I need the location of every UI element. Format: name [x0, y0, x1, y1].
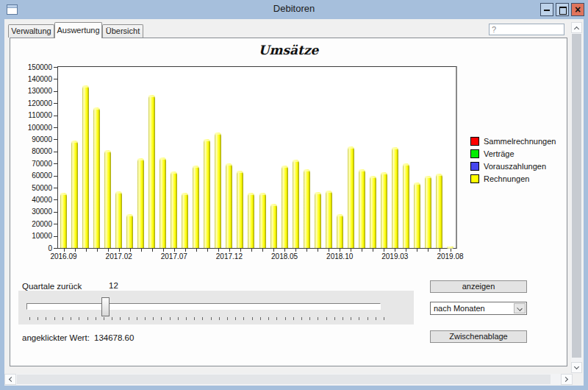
tab-uebersicht[interactable]: Übersicht [102, 24, 143, 38]
chart-bar[interactable] [381, 172, 387, 248]
vertical-scroll-thumb[interactable] [572, 34, 581, 358]
y-axis-label: 150000 [15, 63, 52, 71]
chart-bar[interactable] [93, 107, 100, 248]
group-by-select[interactable]: nach Monaten [430, 302, 527, 315]
chart-bar[interactable] [126, 214, 133, 248]
y-axis-label: 70000 [15, 160, 52, 168]
chart-bar[interactable] [104, 150, 111, 248]
y-tick [54, 199, 57, 200]
chart-bar[interactable] [171, 171, 177, 248]
tab-verwaltung[interactable]: Verwaltung [8, 24, 54, 38]
x-tick [451, 249, 451, 252]
chart-bar[interactable] [293, 160, 299, 248]
x-tick [251, 249, 252, 252]
slider-tick [211, 317, 212, 320]
slider-tick [268, 317, 269, 320]
chart-bar[interactable] [326, 191, 332, 248]
chart-bar[interactable] [414, 182, 420, 248]
horizontal-scrollbar[interactable] [4, 374, 573, 385]
x-tick [86, 249, 87, 252]
chart-bar[interactable] [237, 171, 243, 248]
chart-bar[interactable] [82, 85, 89, 248]
x-tick [284, 249, 285, 252]
slider-tick [37, 317, 38, 320]
maximize-button[interactable] [556, 3, 569, 16]
y-tick [54, 236, 57, 237]
chart-bar[interactable] [259, 193, 266, 248]
scroll-up-button[interactable] [571, 22, 582, 33]
chart-bar[interactable] [248, 193, 254, 248]
scroll-down-button[interactable] [571, 362, 582, 373]
slider-tick [129, 317, 129, 320]
slider-tick [62, 317, 63, 320]
chart-bar[interactable] [137, 158, 144, 248]
chart-legend: SammelrechnungenVerträgeVorauszahlungenR… [470, 135, 556, 185]
chart-bar[interactable] [370, 176, 376, 248]
chevron-down-icon [517, 305, 523, 311]
window-title: Debitoren [0, 3, 588, 14]
x-axis-label: 2019.03 [376, 252, 413, 260]
dropdown-button[interactable] [514, 303, 526, 313]
scroll-right-button[interactable] [561, 374, 573, 385]
slider-tick [293, 317, 294, 320]
scroll-left-button[interactable] [4, 374, 16, 385]
chart-bar[interactable] [348, 146, 354, 248]
chart-bar[interactable] [403, 163, 409, 248]
y-axis-label: 120000 [15, 99, 52, 107]
chart-bar[interactable] [60, 193, 67, 248]
slider-tick [368, 317, 368, 320]
tab-auswertung[interactable]: Auswertung [54, 22, 102, 38]
clipboard-button[interactable]: Zwischenablage [430, 330, 527, 343]
slider-ticks [18, 291, 414, 325]
chart-bar[interactable] [392, 147, 398, 248]
legend-label: Vorauszahlungen [484, 162, 546, 171]
chart-bar[interactable] [226, 163, 232, 248]
y-tick [54, 163, 57, 164]
x-tick [384, 249, 384, 252]
chart-bar[interactable] [270, 204, 277, 248]
quarters-label: Quartale zurück [22, 282, 82, 291]
y-tick [54, 212, 57, 213]
chart-bar[interactable] [115, 191, 122, 248]
chart-bar[interactable] [304, 169, 310, 248]
chart-bar[interactable] [71, 141, 78, 248]
y-axis-label: 140000 [15, 75, 52, 83]
slider-tick [96, 317, 96, 320]
chart-bar[interactable] [193, 166, 199, 248]
clicked-value-label: angeklickter Wert: [22, 333, 90, 342]
y-axis-label: 40000 [15, 196, 52, 204]
slider-tick [334, 317, 335, 320]
chart-bar[interactable] [182, 193, 188, 248]
chevron-right-icon [563, 377, 568, 382]
minimize-button[interactable] [540, 3, 553, 16]
close-button[interactable] [571, 3, 584, 16]
chart-bar[interactable] [282, 166, 288, 248]
x-tick [185, 249, 186, 252]
slider-tick [318, 317, 318, 320]
app-window: Debitoren Verwaltung Auswertung Übersich… [0, 0, 588, 390]
help-input[interactable] [489, 24, 564, 35]
slider-tick [194, 317, 195, 320]
chart-bar[interactable] [447, 247, 453, 248]
chart-bar[interactable] [425, 176, 431, 248]
x-tick [141, 249, 142, 252]
x-axis-label: 2016.09 [46, 252, 82, 260]
chart-bar[interactable] [436, 174, 442, 248]
chart-bar[interactable] [148, 95, 155, 248]
chart-bar[interactable] [159, 157, 166, 248]
vertical-scrollbar[interactable] [571, 22, 582, 373]
horizontal-scroll-thumb[interactable] [17, 375, 551, 384]
plot-area [57, 66, 457, 249]
y-axis-label: 50000 [15, 184, 52, 192]
slider-tick [202, 317, 203, 320]
x-tick [295, 249, 296, 252]
y-axis-label: 0 [15, 244, 52, 252]
chart-bar[interactable] [315, 192, 321, 248]
chart-bar[interactable] [337, 214, 343, 248]
slider-tick [235, 317, 236, 320]
x-tick [119, 249, 120, 252]
show-button[interactable]: anzeigen [430, 280, 527, 293]
chart-bar[interactable] [359, 169, 365, 248]
chart-bar[interactable] [204, 139, 210, 248]
chart-bar[interactable] [215, 132, 221, 248]
